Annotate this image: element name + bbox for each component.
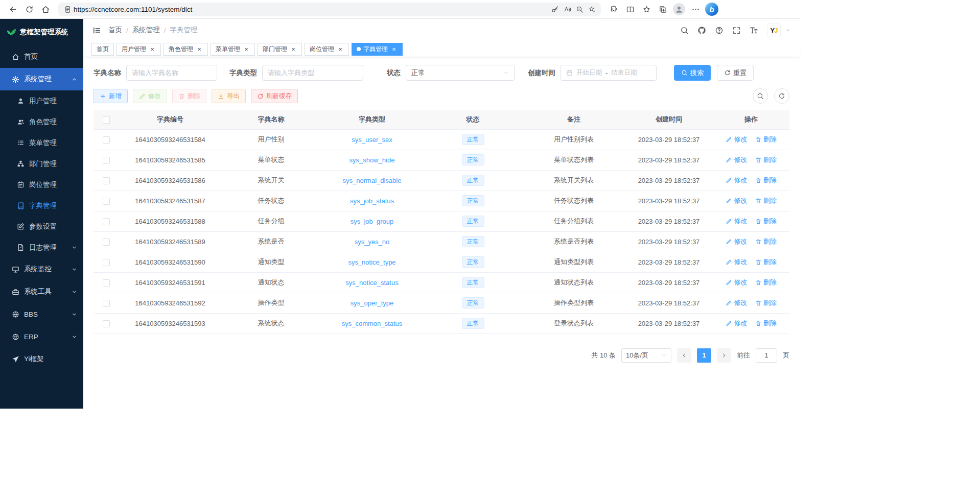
sidebar-item-monitor[interactable]: 系统监控 xyxy=(0,258,83,280)
favorite-star-add-icon[interactable] xyxy=(586,3,598,15)
sidebar-item-yi[interactable]: Yi框架 xyxy=(0,348,83,370)
browser-back-icon[interactable] xyxy=(5,2,20,17)
row-checkbox[interactable] xyxy=(103,136,110,144)
row-checkbox[interactable] xyxy=(103,198,110,205)
row-edit-button[interactable]: 修改 xyxy=(726,155,748,164)
row-delete-button[interactable]: 删除 xyxy=(755,196,777,205)
goto-page-input[interactable] xyxy=(756,348,777,363)
row-delete-button[interactable]: 删除 xyxy=(755,176,777,185)
github-icon[interactable] xyxy=(697,26,706,35)
address-bar[interactable]: https://ccnetcore.com:1101/system/dict xyxy=(58,3,601,16)
read-aloud-icon[interactable] xyxy=(561,3,573,15)
help-icon[interactable] xyxy=(715,26,724,35)
site-info-icon[interactable] xyxy=(61,3,74,15)
row-checkbox[interactable] xyxy=(103,239,110,246)
bing-copilot-icon[interactable]: b xyxy=(704,2,719,17)
toggle-search-button[interactable] xyxy=(753,88,768,104)
row-delete-button[interactable]: 删除 xyxy=(755,237,777,246)
font-size-icon[interactable] xyxy=(750,26,758,35)
browser-menu-icon[interactable] xyxy=(688,2,703,17)
url-text[interactable]: https://ccnetcore.com:1101/system/dict xyxy=(74,6,549,13)
row-checkbox[interactable] xyxy=(103,259,110,266)
zoom-out-icon[interactable] xyxy=(573,3,586,15)
tab-close-icon[interactable]: × xyxy=(337,45,344,53)
row-delete-button[interactable]: 删除 xyxy=(755,257,777,267)
sidebar-item-config[interactable]: 参数设置 xyxy=(0,216,83,237)
edit-button[interactable]: 修改 xyxy=(133,89,167,103)
search-button[interactable]: 搜索 xyxy=(674,65,711,81)
tab-close-icon[interactable]: × xyxy=(196,45,203,53)
app-logo[interactable]: 意框架管理系统 xyxy=(0,19,83,45)
row-checkbox[interactable] xyxy=(103,279,110,287)
sidebar-item-log[interactable]: 日志管理 xyxy=(0,237,83,258)
sidebar-item-dept[interactable]: 部门管理 xyxy=(0,153,83,174)
dict-name-input[interactable] xyxy=(132,69,212,77)
row-delete-button[interactable]: 删除 xyxy=(755,155,777,164)
dict-type-link[interactable]: sys_oper_type xyxy=(351,299,394,307)
sidebar-collapse-icon[interactable] xyxy=(92,26,101,35)
dict-type-link[interactable]: sys_notice_type xyxy=(348,258,395,266)
row-delete-button[interactable]: 删除 xyxy=(755,278,777,287)
row-edit-button[interactable]: 修改 xyxy=(726,237,748,246)
dict-type-input[interactable] xyxy=(268,69,358,77)
favorites-bar-icon[interactable] xyxy=(639,2,654,17)
reset-button[interactable]: 重置 xyxy=(717,65,754,81)
row-delete-button[interactable]: 删除 xyxy=(755,298,777,307)
row-delete-button[interactable]: 删除 xyxy=(755,217,777,226)
extensions-icon[interactable] xyxy=(606,2,621,17)
status-select[interactable]: 正常 xyxy=(406,65,515,81)
sidebar-item-erp[interactable]: ERP xyxy=(0,325,83,348)
user-logo[interactable]: YJ xyxy=(767,23,781,37)
date-range-picker[interactable]: 开始日期 - 结束日期 xyxy=(561,65,657,81)
add-button[interactable]: 新增 xyxy=(94,89,128,103)
row-edit-button[interactable]: 修改 xyxy=(726,135,748,144)
row-edit-button[interactable]: 修改 xyxy=(726,217,748,226)
next-page-button[interactable] xyxy=(717,348,731,363)
row-checkbox[interactable] xyxy=(103,157,110,164)
sidebar-item-system[interactable]: 系统管理 xyxy=(0,68,83,90)
tab-close-icon[interactable]: × xyxy=(390,45,398,53)
row-edit-button[interactable]: 修改 xyxy=(726,319,748,328)
row-checkbox[interactable] xyxy=(103,320,110,327)
page-size-select[interactable]: 10条/页 xyxy=(621,348,671,363)
refresh-cache-button[interactable]: 刷新缓存 xyxy=(251,89,298,103)
dict-type-link[interactable]: sys_show_hide xyxy=(349,156,395,164)
dict-type-link[interactable]: sys_common_status xyxy=(342,320,403,327)
tab-close-icon[interactable]: × xyxy=(149,45,156,53)
row-edit-button[interactable]: 修改 xyxy=(726,257,748,267)
password-key-icon[interactable] xyxy=(549,3,561,15)
row-checkbox[interactable] xyxy=(103,177,110,184)
delete-button[interactable]: 删除 xyxy=(172,89,206,103)
tab-6[interactable]: 字典管理× xyxy=(352,43,403,56)
sidebar-item-user[interactable]: 用户管理 xyxy=(0,90,83,111)
dict-type-link[interactable]: sys_yes_no xyxy=(355,238,390,246)
dict-type-link[interactable]: sys_job_status xyxy=(350,197,394,205)
row-edit-button[interactable]: 修改 xyxy=(726,196,748,205)
row-checkbox[interactable] xyxy=(103,218,110,225)
dict-type-link[interactable]: sys_user_sex xyxy=(352,136,392,144)
tab-1[interactable]: 用户管理× xyxy=(116,43,161,56)
split-screen-icon[interactable] xyxy=(622,2,638,17)
dict-type-link[interactable]: sys_notice_status xyxy=(345,279,398,287)
dict-type-link[interactable]: sys_job_group xyxy=(351,218,394,225)
browser-refresh-icon[interactable] xyxy=(21,2,37,17)
sidebar-item-home[interactable]: 首页 xyxy=(0,45,83,68)
tab-4[interactable]: 部门管理× xyxy=(258,43,302,56)
profile-avatar[interactable] xyxy=(671,2,687,17)
sidebar-item-tool[interactable]: 系统工具 xyxy=(0,280,83,303)
tab-2[interactable]: 角色管理× xyxy=(164,43,208,56)
tab-3[interactable]: 菜单管理× xyxy=(211,43,255,56)
tab-5[interactable]: 岗位管理× xyxy=(305,43,349,56)
row-edit-button[interactable]: 修改 xyxy=(726,298,748,307)
row-checkbox[interactable] xyxy=(103,300,110,307)
tab-0[interactable]: 首页 xyxy=(91,43,114,56)
row-delete-button[interactable]: 删除 xyxy=(755,135,777,144)
fullscreen-icon[interactable] xyxy=(732,26,741,35)
sidebar-item-role[interactable]: 角色管理 xyxy=(0,111,83,132)
sidebar-item-dict[interactable]: 字典管理 xyxy=(0,195,83,216)
tab-close-icon[interactable]: × xyxy=(290,45,297,53)
sidebar-item-menu[interactable]: 菜单管理 xyxy=(0,132,83,153)
collections-icon[interactable] xyxy=(655,2,670,17)
dict-type-link[interactable]: sys_normal_disable xyxy=(343,177,402,184)
breadcrumb-item-system[interactable]: 系统管理 xyxy=(132,26,160,35)
